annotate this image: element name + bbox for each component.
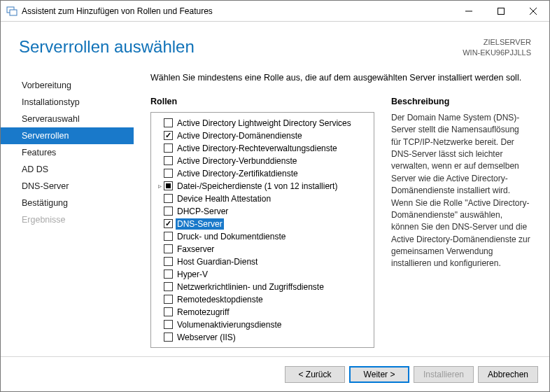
svg-rect-1 (10, 10, 17, 15)
role-label[interactable]: Faxserver (176, 244, 216, 255)
role-checkbox[interactable] (164, 295, 173, 304)
role-item-3[interactable]: Active Directory-Verbunddienste (155, 155, 369, 167)
role-label[interactable]: Device Health Attestation (176, 193, 272, 204)
role-checkbox[interactable] (164, 232, 173, 241)
role-label[interactable]: Datei-/Speicherdienste (1 von 12 install… (176, 181, 339, 192)
role-label[interactable]: Volumenaktivierungsdienste (176, 319, 283, 330)
titlebar: Assistent zum Hinzufügen von Rollen und … (1, 1, 549, 22)
sidebar-item-4[interactable]: Features (1, 144, 134, 161)
sidebar-item-3[interactable]: Serverrollen (1, 127, 134, 144)
role-checkbox[interactable] (164, 131, 173, 140)
roles-listbox: Active Directory Lightweight Directory S… (150, 112, 374, 348)
sidebar-item-2[interactable]: Serverauswahl (1, 111, 134, 127)
role-checkbox[interactable] (164, 118, 173, 127)
sidebar-item-6[interactable]: DNS-Server (1, 178, 134, 195)
role-item-7[interactable]: DHCP-Server (155, 205, 369, 218)
role-label[interactable]: Remotezugriff (176, 307, 230, 318)
back-button[interactable]: < Zurück (285, 366, 345, 383)
role-checkbox[interactable] (164, 332, 173, 342)
role-item-16[interactable]: Volumenaktivierungsdienste (155, 318, 369, 331)
role-label[interactable]: Active Directory-Verbunddienste (176, 155, 298, 167)
header: Serverrollen auswählen ZIELSERVER WIN-EK… (1, 22, 549, 64)
role-checkbox[interactable] (164, 244, 173, 253)
role-label[interactable]: Active Directory-Rechteverwaltungsdienst… (176, 143, 339, 154)
role-checkbox[interactable] (164, 270, 173, 279)
wizard-window: Assistent zum Hinzufügen von Rollen und … (0, 0, 550, 392)
main: Wählen Sie mindestens eine Rolle aus, di… (134, 64, 549, 356)
role-label[interactable]: Remotedesktopdienste (176, 294, 265, 305)
sidebar-item-8: Ergebnisse (1, 211, 134, 228)
role-label[interactable]: Webserver (IIS) (176, 332, 237, 343)
role-checkbox[interactable] (164, 320, 173, 329)
target-server-box: ZIELSERVER WIN-EKU96PJJLLS (463, 37, 531, 59)
role-item-5[interactable]: ▹Datei-/Speicherdienste (1 von 12 instal… (155, 180, 369, 192)
role-item-13[interactable]: Netzwerkrichtlinien- und Zugriffsdienste (155, 281, 369, 293)
role-item-9[interactable]: Druck- und Dokumentdienste (155, 230, 369, 243)
role-item-2[interactable]: Active Directory-Rechteverwaltungsdienst… (155, 142, 369, 155)
next-button[interactable]: Weiter > (349, 366, 409, 383)
role-checkbox[interactable] (164, 307, 173, 316)
install-button[interactable]: Installieren (414, 366, 474, 383)
role-label[interactable]: Hyper-V (176, 269, 209, 280)
role-item-12[interactable]: Hyper-V (155, 268, 369, 281)
roles-heading: Rollen (150, 97, 374, 106)
role-item-0[interactable]: Active Directory Lightweight Directory S… (155, 117, 369, 130)
role-label[interactable]: Netzwerkrichtlinien- und Zugriffsdienste (176, 281, 325, 293)
close-button[interactable] (517, 1, 549, 22)
sidebar-item-5[interactable]: AD DS (1, 161, 134, 178)
description-column: Beschreibung Der Domain Name System (DNS… (391, 97, 531, 348)
target-value: WIN-EKU96PJJLLS (463, 48, 531, 58)
sidebar-item-0[interactable]: Vorbereitung (1, 77, 134, 94)
role-checkbox[interactable] (164, 144, 173, 153)
role-checkbox[interactable] (164, 257, 173, 266)
role-item-10[interactable]: Faxserver (155, 243, 369, 255)
role-item-11[interactable]: Host Guardian-Dienst (155, 255, 369, 268)
role-label[interactable]: Active Directory-Zertifikatdienste (176, 168, 299, 179)
role-checkbox[interactable] (164, 194, 173, 203)
role-checkbox[interactable] (164, 156, 173, 165)
role-checkbox[interactable] (164, 219, 173, 228)
role-item-14[interactable]: Remotedesktopdienste (155, 293, 369, 306)
target-label: ZIELSERVER (463, 37, 531, 48)
instruction-text: Wählen Sie mindestens eine Rolle aus, di… (150, 73, 531, 83)
page-title: Serverrollen auswählen (19, 37, 463, 57)
sidebar-item-1[interactable]: Installationstyp (1, 94, 134, 111)
columns: Rollen Active Directory Lightweight Dire… (150, 97, 531, 348)
role-checkbox[interactable] (164, 169, 173, 178)
role-label[interactable]: Host Guardian-Dienst (176, 256, 259, 267)
window-title: Assistent zum Hinzufügen von Rollen und … (22, 6, 453, 16)
minimize-button[interactable] (453, 1, 485, 22)
role-item-17[interactable]: Webserver (IIS) (155, 331, 369, 343)
roles-column: Rollen Active Directory Lightweight Dire… (150, 97, 374, 348)
expander-icon[interactable]: ▹ (155, 181, 164, 192)
role-checkbox[interactable] (164, 181, 173, 190)
body: VorbereitungInstallationstypServerauswah… (1, 64, 549, 356)
role-label[interactable]: DHCP-Server (176, 206, 230, 217)
roles-scroll[interactable]: Active Directory Lightweight Directory S… (155, 117, 372, 343)
role-checkbox[interactable] (164, 282, 173, 291)
footer: < Zurück Weiter > Installieren Abbrechen (1, 356, 549, 391)
role-label[interactable]: Active Directory-Domänendienste (176, 130, 304, 141)
role-checkbox[interactable] (164, 206, 173, 216)
maximize-button[interactable] (485, 1, 517, 22)
role-item-15[interactable]: Remotezugriff (155, 306, 369, 318)
role-item-8[interactable]: DNS-Server (155, 218, 369, 230)
role-item-6[interactable]: Device Health Attestation (155, 192, 369, 205)
cancel-button[interactable]: Abbrechen (478, 366, 538, 383)
sidebar-item-7[interactable]: Bestätigung (1, 195, 134, 211)
description-heading: Beschreibung (391, 97, 531, 106)
role-item-1[interactable]: Active Directory-Domänendienste (155, 130, 369, 142)
role-label[interactable]: Druck- und Dokumentdienste (176, 231, 287, 242)
role-label[interactable]: DNS-Server (176, 218, 224, 230)
role-label[interactable]: Active Directory Lightweight Directory S… (176, 118, 353, 129)
role-item-4[interactable]: Active Directory-Zertifikatdienste (155, 167, 369, 180)
app-icon (6, 6, 17, 17)
svg-rect-3 (498, 8, 505, 14)
sidebar: VorbereitungInstallationstypServerauswah… (1, 64, 134, 356)
description-text: Der Domain Name System (DNS)-Server stel… (391, 112, 531, 270)
